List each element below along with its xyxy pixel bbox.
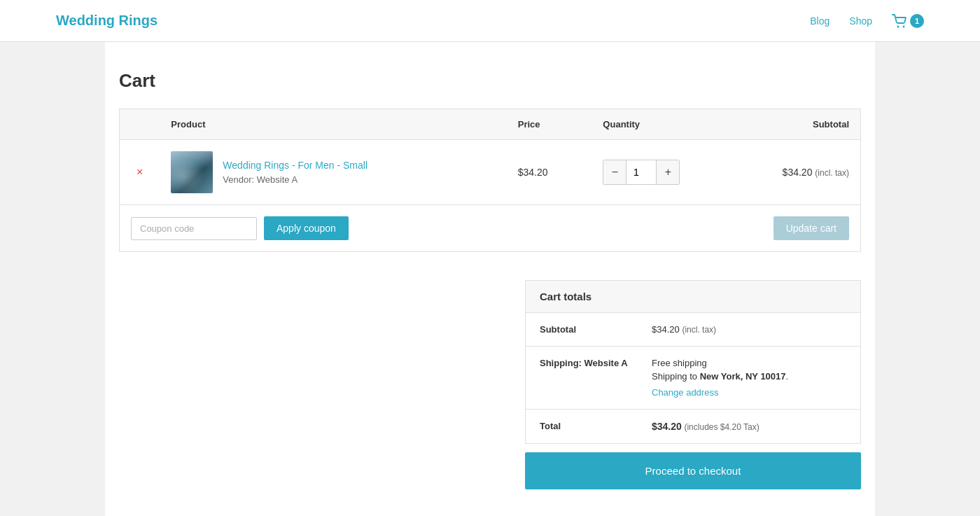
apply-coupon-button[interactable]: Apply coupon xyxy=(264,216,349,240)
quantity-cell: − + xyxy=(592,140,722,205)
subtotal-cell: $34.20 (incl. tax) xyxy=(722,140,861,205)
col-header-product: Product xyxy=(160,109,506,140)
totals-subtotal-row: Subtotal $34.20 (incl. tax) xyxy=(526,313,860,347)
quantity-decrease-button[interactable]: − xyxy=(603,160,626,184)
site-header: Wedding Rings Blog Shop 1 xyxy=(0,0,980,42)
total-tax: (includes $4.20 Tax) xyxy=(684,422,759,432)
nav-shop[interactable]: Shop xyxy=(849,15,872,27)
checkout-btn-wrap: Proceed to checkout xyxy=(525,452,861,489)
cart-totals-wrap: Cart totals Subtotal $34.20 (incl. tax) … xyxy=(119,280,861,489)
cart-icon xyxy=(892,14,907,28)
product-info: Wedding Rings - For Men - Small Vendor: … xyxy=(223,160,368,185)
svg-point-1 xyxy=(903,25,905,27)
col-header-remove xyxy=(120,109,160,140)
product-vendor: Vendor: Website A xyxy=(223,174,298,185)
cart-icon-button[interactable]: 1 xyxy=(892,14,924,28)
coupon-row: Apply coupon Update cart xyxy=(120,205,861,252)
table-header-row: Product Price Quantity Subtotal xyxy=(120,109,861,140)
shipping-value: Free shipping Shipping to New York, NY 1… xyxy=(652,358,846,398)
cart-badge: 1 xyxy=(910,14,924,28)
subtotal-label: Subtotal xyxy=(540,324,652,335)
coupon-area: Apply coupon Update cart xyxy=(131,216,849,240)
change-address-link[interactable]: Change address xyxy=(652,387,718,398)
cart-totals: Cart totals Subtotal $34.20 (incl. tax) … xyxy=(525,280,861,444)
cart-table: Product Price Quantity Subtotal × Weddin… xyxy=(119,109,861,252)
site-logo[interactable]: Wedding Rings xyxy=(56,13,158,29)
svg-point-0 xyxy=(897,25,899,27)
quantity-control: − + xyxy=(603,160,680,185)
shipping-label: Shipping: Website A xyxy=(540,358,652,368)
col-header-price: Price xyxy=(507,109,592,140)
product-thumbnail xyxy=(171,151,213,193)
main-nav: Blog Shop 1 xyxy=(810,14,924,28)
coupon-cell: Apply coupon Update cart xyxy=(120,205,861,252)
col-header-subtotal: Subtotal xyxy=(722,109,861,140)
total-label: Total xyxy=(540,421,652,431)
cart-totals-header: Cart totals xyxy=(526,281,860,313)
proceed-to-checkout-button[interactable]: Proceed to checkout xyxy=(525,452,861,489)
main-content: Cart Product Price Quantity Subtotal × xyxy=(105,42,875,516)
quantity-increase-button[interactable]: + xyxy=(657,160,679,184)
totals-total-row: Total $34.20 (includes $4.20 Tax) xyxy=(526,410,860,443)
nav-blog[interactable]: Blog xyxy=(810,15,830,27)
coupon-left: Apply coupon xyxy=(131,216,349,240)
coupon-input[interactable] xyxy=(131,217,257,240)
subtotal-value: $34.20 (incl. tax) xyxy=(652,324,846,335)
product-cell: Wedding Rings - For Men - Small Vendor: … xyxy=(160,140,506,205)
product-link[interactable]: Wedding Rings - For Men - Small xyxy=(223,160,368,171)
col-header-quantity: Quantity xyxy=(592,109,722,140)
price-cell: $34.20 xyxy=(507,140,592,205)
total-value: $34.20 (includes $4.20 Tax) xyxy=(652,421,846,432)
total-amount: $34.20 xyxy=(652,421,682,432)
remove-item-button[interactable]: × xyxy=(131,167,148,178)
page-title: Cart xyxy=(119,70,861,92)
table-row: × Wedding Rings - For Men - Small Vendor… xyxy=(120,140,861,205)
quantity-input[interactable] xyxy=(626,160,657,184)
shipping-to: Shipping to New York, NY 10017. xyxy=(652,371,846,382)
subtotal-tax: (incl. tax) xyxy=(815,168,849,178)
update-cart-button[interactable]: Update cart xyxy=(774,216,849,240)
remove-cell: × xyxy=(120,140,160,205)
free-shipping-text: Free shipping xyxy=(652,358,846,368)
totals-shipping-row: Shipping: Website A Free shipping Shippi… xyxy=(526,347,860,410)
